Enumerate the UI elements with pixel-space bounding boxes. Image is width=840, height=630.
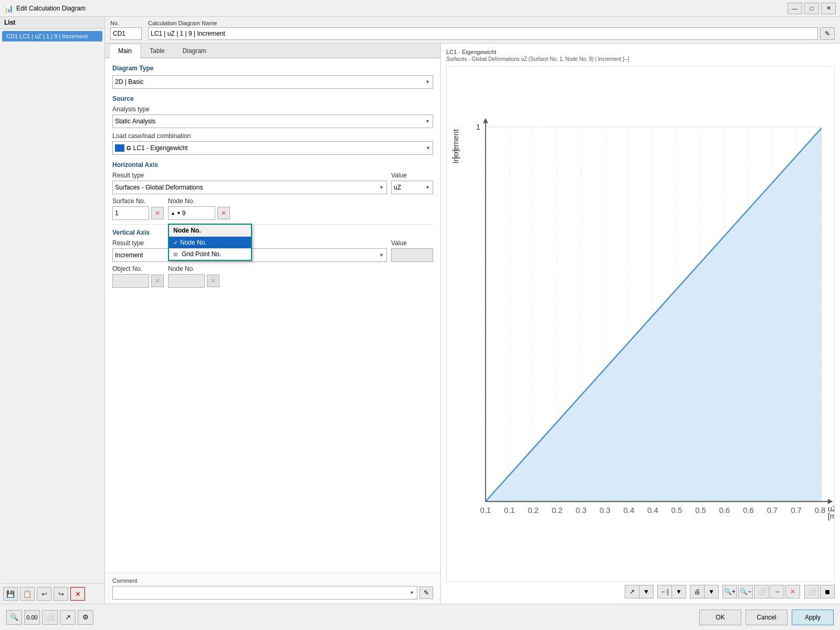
lc-chevron-icon: ▼ [426,145,430,151]
surface-no-pick-button[interactable]: ✕ [151,207,164,219]
left-panel-tools: 💾 📋 ↩ ↪ ✕ [0,583,104,604]
content-area: Main Table Diagram Diagram Type 2D | Bas… [105,44,840,604]
x-tick-11: 0.6 [743,506,754,514]
diagram-type-select[interactable]: 2D | Basic [112,75,433,89]
tab-diagram[interactable]: Diagram [174,44,215,58]
analysis-type-wrapper: Static Analysis [112,114,433,128]
x-tick-7: 0.4 [647,506,658,514]
analysis-type-label: Analysis type [112,106,433,113]
comment-select-wrapper [112,586,417,600]
chart-zoom-in-button[interactable]: 🔍+ [722,585,737,598]
result-type-wrapper: Surfaces - Global Deformations [112,181,387,194]
grid-icon: ▦ [173,251,180,257]
chart-fit2-group: ←| ▼ [657,585,686,598]
chart-area: Increment [--] [446,66,835,582]
value-label: Value [391,172,433,179]
lc-color-indicator [115,144,124,152]
load-case-select-wrapper[interactable]: G LC1 - Eigengewicht ▼ [112,141,433,155]
chart-fit-button[interactable]: ↗ [625,585,639,598]
vert-node-no-label: Node No. [168,265,219,272]
value-select[interactable]: uZ [391,181,433,194]
minimize-button[interactable]: — [788,3,802,14]
y-value-1: 1 [476,123,480,131]
object-no-input[interactable] [112,274,149,288]
x-axis-arrow [828,499,833,504]
source-section: Source [112,95,433,102]
vert-node-no-group: Node No. ✕ [168,265,219,288]
edit-button[interactable]: ✎ [820,27,835,40]
tab-main[interactable]: Main [109,44,141,58]
list-item[interactable]: CD1 LC1 | uZ | 1 | 9 | Increment [2,31,102,41]
no-input[interactable] [110,27,142,40]
redo-button[interactable]: ↪ [54,587,68,601]
chart-subtitle: Surfaces - Global Deformations uZ (Surfa… [446,56,835,62]
chart-print-group: 🖨 ▼ [690,585,718,598]
maximize-button[interactable]: □ [804,3,819,14]
surface-no-label: Surface No. [112,197,164,205]
chart-print-dropdown-button[interactable]: ▼ [704,585,719,598]
dropdown-title: Node No. [173,227,201,234]
vert-node-no-input[interactable] [168,274,205,288]
name-label: Calculation Diagram Name [148,20,835,26]
copy-button[interactable]: 📋 [20,587,35,601]
chart-print-button[interactable]: 🖨 [690,585,705,598]
close-button[interactable]: ✕ [821,3,836,14]
analysis-type-select[interactable]: Static Analysis [112,114,433,128]
chart-fit2-button[interactable]: ←| [657,585,672,598]
divider-1 [112,224,433,225]
tab-table[interactable]: Table [141,44,174,58]
comment-select[interactable] [112,586,417,600]
name-input[interactable] [148,27,818,40]
save-button[interactable]: 💾 [3,587,18,601]
form-content: Diagram Type 2D | Basic Source Analysis … [105,58,440,573]
list-header: List [0,17,104,29]
vert-value-input[interactable] [391,248,433,262]
dropdown-item-grid-point[interactable]: ▦ Grid Point No. [169,248,251,260]
search-button[interactable]: 🔍 [6,610,22,625]
chart-zoom-out-button[interactable]: 🔍− [738,585,753,598]
node-no-input[interactable] [182,209,203,217]
result-type-select[interactable]: Surfaces - Global Deformations [112,181,387,194]
title-bar: 📊 Edit Calculation Diagram — □ ✕ [0,0,840,17]
x-tick-4: 0.3 [576,506,587,514]
comment-edit-button[interactable]: ✎ [419,586,433,599]
delete-button[interactable]: ✕ [70,587,85,601]
view-toggle-button[interactable]: ⬜ [42,610,58,625]
cancel-button[interactable]: Cancel [746,610,788,625]
chart-fit2-dropdown-button[interactable]: ▼ [671,585,686,598]
chart-zoom-right-button[interactable]: → [770,585,784,598]
chart-zoom-reset-button[interactable]: ✕ [785,585,800,598]
dropdown-grid-label: Grid Point No. [182,250,221,258]
dropdown-item-node-no[interactable]: ✓ Node No. [169,237,251,248]
value-display-button[interactable]: 0.00 [24,610,40,625]
settings-button[interactable]: ⚙ [78,610,93,625]
apply-button[interactable]: Apply [792,610,834,625]
comment-label: Comment [112,578,433,584]
lc-g-label: G [127,145,131,151]
chart-view1-button[interactable]: ⬜ [804,585,819,598]
x-tick-2: 0.2 [528,506,539,514]
ok-button[interactable]: OK [699,610,741,625]
dropdown-node-label: Node No. [180,239,207,246]
chart-title: LC1 - Eigengewicht [446,49,835,55]
bottom-right: OK Cancel Apply [699,610,834,625]
vert-node-no-pick-button[interactable]: ✕ [207,275,219,287]
title-bar-title: Edit Calculation Diagram [16,5,784,12]
chart-zoom-box-button[interactable]: ⬜ [754,585,769,598]
x-tick-12: 0.7 [767,506,778,514]
node-no-pick-button[interactable]: ✕ [217,207,230,219]
chart-toolbar: ↗ ▼ ←| ▼ 🖨 ▼ 🔍+ 🔍− [446,585,835,598]
x-tick-5: 0.3 [600,506,611,514]
link-button[interactable]: ↗ [60,610,76,625]
surface-no-input[interactable] [112,206,149,220]
object-no-pick-button[interactable]: ✕ [151,275,164,287]
chart-view2-button[interactable]: ◼ [820,585,835,598]
load-case-label: Load case/load combination [112,132,433,140]
x-axis-label-text: uZ [828,505,834,513]
x-tick-9: 0.5 [695,506,706,514]
y-axis-unit: [--] [452,149,460,159]
lc-value: LC1 - Eigengewicht [133,144,424,152]
chart-fit-group: ↗ ▼ [625,585,653,598]
chart-fit-dropdown-button[interactable]: ▼ [639,585,654,598]
undo-button[interactable]: ↩ [37,587,51,601]
